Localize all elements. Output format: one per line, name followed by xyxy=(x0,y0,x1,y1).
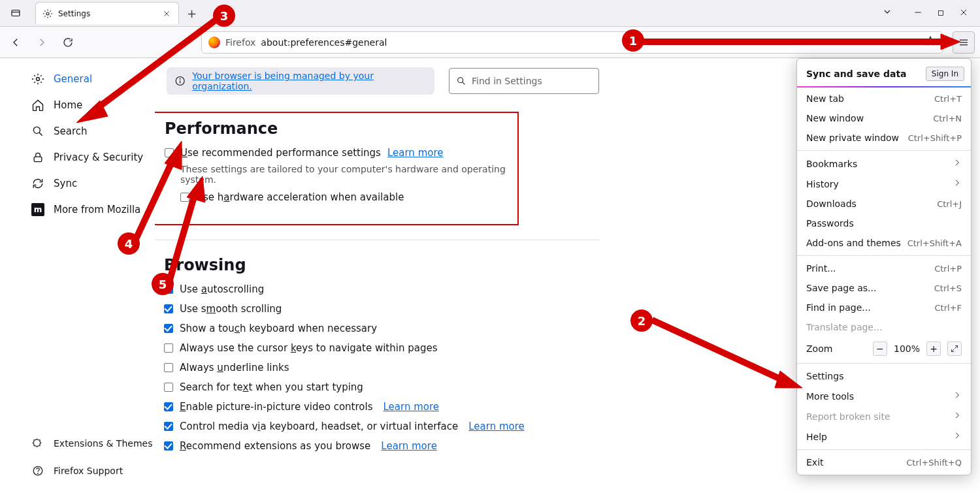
zoom-fullscreen-button[interactable] xyxy=(947,342,962,356)
chevron-right-icon xyxy=(953,431,962,442)
sign-in-button[interactable]: Sign In xyxy=(926,67,964,81)
menu-item-exit[interactable]: Exit Ctrl+Shift+Q xyxy=(797,453,971,472)
menu-item[interactable]: Passwords xyxy=(797,214,971,233)
window-minimize-button[interactable] xyxy=(913,7,923,20)
svg-point-2 xyxy=(46,12,49,15)
menu-item-label: New private window xyxy=(806,133,899,143)
menu-item[interactable]: New windowCtrl+N xyxy=(797,108,971,128)
recommended-perf-row[interactable]: Use recommended performance settings Lea… xyxy=(165,147,507,159)
sidebar-item-more-mozilla[interactable]: m More from Mozilla xyxy=(31,202,155,217)
menu-item-shortcut: Ctrl+P xyxy=(934,264,962,274)
recent-tabs-button[interactable] xyxy=(5,4,26,22)
svg-point-13 xyxy=(33,127,40,133)
menu-item[interactable]: More tools xyxy=(797,386,971,406)
recommended-perf-subtitle: These settings are tailored to your comp… xyxy=(180,164,507,185)
menu-sync-label: Sync and save data xyxy=(806,69,907,79)
sidebar-extensions-link[interactable]: Extensions & Themes xyxy=(31,436,155,451)
menu-sync-row[interactable]: Sync and save data Sign In xyxy=(797,61,971,86)
menu-item-label: Report broken site xyxy=(806,411,890,422)
svg-line-22 xyxy=(463,82,465,85)
svg-line-23 xyxy=(955,346,958,349)
sidebar-item-privacy[interactable]: Privacy & Security xyxy=(31,150,155,165)
browsing-checkbox[interactable] xyxy=(164,304,173,313)
menu-gradient-divider xyxy=(797,86,971,87)
tabs-dropdown-button[interactable] xyxy=(882,7,892,20)
browsing-checkbox[interactable] xyxy=(164,441,173,451)
menu-item[interactable]: Help xyxy=(797,426,971,447)
sidebar-item-general[interactable]: General xyxy=(31,71,155,87)
browsing-checkbox[interactable] xyxy=(164,402,173,411)
svg-line-24 xyxy=(952,349,955,352)
url-value: about:preferences#general xyxy=(261,37,387,48)
sidebar-support-link[interactable]: Firefox Support xyxy=(31,463,155,479)
sidebar-item-search[interactable]: Search xyxy=(31,123,155,139)
section-title: Performance xyxy=(165,119,507,138)
learn-more-link[interactable]: Learn more xyxy=(383,401,439,413)
sidebar-item-label: Sync xyxy=(54,178,77,189)
tab-bar: Settings + xyxy=(0,0,980,27)
tab-close-button[interactable] xyxy=(161,8,172,19)
sidebar-item-home[interactable]: Home xyxy=(31,97,155,113)
menu-item-label: Add-ons and themes xyxy=(806,238,901,248)
menu-item[interactable]: Add-ons and themesCtrl+Shift+A xyxy=(797,233,971,253)
menu-item-label: History xyxy=(806,179,839,189)
app-menu: Sync and save data Sign In New tabCtrl+T… xyxy=(796,58,972,475)
new-tab-button[interactable]: + xyxy=(187,7,197,20)
puzzle-icon xyxy=(31,437,44,450)
browsing-checkbox[interactable] xyxy=(164,363,173,372)
menu-item[interactable]: Settings xyxy=(797,366,971,386)
managed-org-link[interactable]: Your browser is being managed by your or… xyxy=(192,71,427,91)
menu-item[interactable]: History xyxy=(797,174,971,194)
menu-item[interactable]: Save page as...Ctrl+S xyxy=(797,278,971,298)
sidebar-item-label: Home xyxy=(54,99,82,111)
recommended-perf-checkbox[interactable] xyxy=(165,148,174,157)
zoom-out-button[interactable]: − xyxy=(873,342,887,356)
settings-search-input[interactable]: Find in Settings xyxy=(449,68,599,94)
menu-item-shortcut: Ctrl+Shift+Q xyxy=(906,458,962,468)
window-controls xyxy=(882,7,980,20)
window-maximize-button[interactable] xyxy=(937,7,945,20)
hardware-accel-checkbox[interactable] xyxy=(180,193,189,202)
checkbox-label: Recommend extensions as you browse xyxy=(180,440,370,452)
performance-section: Performance Use recommended performance … xyxy=(155,112,519,225)
forward-button[interactable] xyxy=(31,32,52,53)
browsing-checkbox[interactable] xyxy=(164,343,173,353)
sidebar-item-label: Extensions & Themes xyxy=(54,438,152,449)
browser-tab[interactable]: Settings xyxy=(35,2,179,24)
menu-item-label: Passwords xyxy=(806,218,854,229)
gear-icon xyxy=(42,8,53,19)
menu-item-label: Save page as... xyxy=(806,283,876,293)
zoom-in-button[interactable]: + xyxy=(926,342,941,356)
menu-item[interactable]: Bookmarks xyxy=(797,153,971,174)
learn-more-link[interactable]: Learn more xyxy=(468,421,525,432)
menu-item[interactable]: DownloadsCtrl+J xyxy=(797,194,971,214)
back-button[interactable] xyxy=(5,32,26,53)
menu-item[interactable]: Print...Ctrl+P xyxy=(797,259,971,278)
menu-item-label: Help xyxy=(806,432,827,442)
sidebar-item-sync[interactable]: Sync xyxy=(31,176,155,191)
menu-item[interactable]: New private windowCtrl+Shift+P xyxy=(797,128,971,148)
sidebar-item-label: General xyxy=(54,73,92,85)
window-close-button[interactable] xyxy=(959,7,968,20)
sidebar-item-label: More from Mozilla xyxy=(54,204,140,215)
menu-item[interactable]: New tabCtrl+T xyxy=(797,89,971,108)
svg-rect-0 xyxy=(12,10,20,16)
browsing-checkbox[interactable] xyxy=(164,422,173,431)
menu-item-label: Bookmarks xyxy=(806,159,857,169)
url-bar[interactable]: Firefox about:preferences#general xyxy=(201,31,943,54)
browsing-checkbox[interactable] xyxy=(164,285,173,294)
menu-item[interactable]: Find in page...Ctrl+F xyxy=(797,298,971,317)
menu-item-label: New window xyxy=(806,113,864,123)
learn-more-link[interactable]: Learn more xyxy=(387,147,444,159)
app-menu-button[interactable] xyxy=(953,31,975,54)
hardware-accel-row[interactable]: Use hardware acceleration when available xyxy=(180,191,507,203)
browsing-checkbox[interactable] xyxy=(164,383,173,392)
bookmark-star-button[interactable] xyxy=(924,35,936,49)
divider xyxy=(155,240,599,240)
browsing-checkbox[interactable] xyxy=(164,324,173,333)
learn-more-link[interactable]: Learn more xyxy=(381,440,437,452)
reload-button[interactable] xyxy=(57,32,78,53)
menu-item-label: Settings xyxy=(806,371,843,381)
svg-rect-6 xyxy=(939,10,943,15)
svg-rect-15 xyxy=(34,157,42,162)
